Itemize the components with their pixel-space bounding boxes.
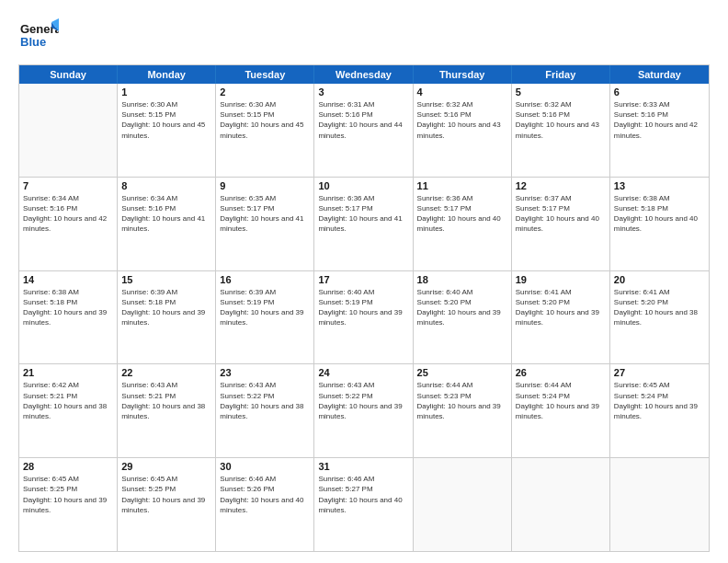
- calendar-row-5: 28 Sunrise: 6:45 AM Sunset: 5:25 PM Dayl…: [19, 457, 709, 551]
- day-number: 12: [516, 180, 606, 191]
- day-cell-11: 11 Sunrise: 6:36 AM Sunset: 5:17 PM Dayl…: [414, 178, 512, 270]
- calendar-body: 1 Sunrise: 6:30 AM Sunset: 5:15 PM Dayli…: [19, 84, 709, 551]
- day-info: Sunrise: 6:41 AM Sunset: 5:20 PM Dayligh…: [614, 287, 705, 328]
- day-number: 9: [220, 180, 310, 191]
- header-day-saturday: Saturday: [610, 65, 709, 84]
- day-cell-30: 30 Sunrise: 6:46 AM Sunset: 5:26 PM Dayl…: [216, 458, 314, 551]
- day-number: 26: [516, 367, 606, 378]
- day-cell-15: 15 Sunrise: 6:39 AM Sunset: 5:18 PM Dayl…: [118, 271, 216, 364]
- day-info: Sunrise: 6:42 AM Sunset: 5:21 PM Dayligh…: [23, 380, 113, 421]
- day-info: Sunrise: 6:43 AM Sunset: 5:22 PM Dayligh…: [220, 380, 310, 421]
- header-day-friday: Friday: [512, 65, 610, 84]
- day-info: Sunrise: 6:46 AM Sunset: 5:26 PM Dayligh…: [220, 474, 310, 515]
- day-info: Sunrise: 6:45 AM Sunset: 5:25 PM Dayligh…: [121, 474, 211, 515]
- day-info: Sunrise: 6:44 AM Sunset: 5:24 PM Dayligh…: [516, 380, 606, 421]
- day-number: 1: [121, 86, 211, 98]
- day-number: 30: [220, 461, 310, 472]
- day-number: 7: [23, 180, 113, 191]
- day-info: Sunrise: 6:33 AM Sunset: 5:16 PM Dayligh…: [614, 99, 705, 141]
- day-cell-8: 8 Sunrise: 6:34 AM Sunset: 5:16 PM Dayli…: [118, 178, 216, 270]
- calendar-row-2: 7 Sunrise: 6:34 AM Sunset: 5:16 PM Dayli…: [19, 177, 709, 270]
- day-number: 28: [23, 461, 113, 472]
- day-info: Sunrise: 6:43 AM Sunset: 5:22 PM Dayligh…: [318, 380, 408, 421]
- day-info: Sunrise: 6:38 AM Sunset: 5:18 PM Dayligh…: [614, 193, 705, 235]
- day-number: 22: [121, 367, 211, 378]
- logo: General Blue: [18, 17, 59, 57]
- header-day-tuesday: Tuesday: [216, 65, 314, 84]
- day-cell-24: 24 Sunrise: 6:43 AM Sunset: 5:22 PM Dayl…: [314, 364, 413, 457]
- day-info: Sunrise: 6:30 AM Sunset: 5:15 PM Dayligh…: [121, 99, 211, 141]
- day-info: Sunrise: 6:36 AM Sunset: 5:17 PM Dayligh…: [417, 193, 507, 235]
- day-cell-1: 1 Sunrise: 6:30 AM Sunset: 5:15 PM Dayli…: [118, 84, 216, 177]
- day-cell-21: 21 Sunrise: 6:42 AM Sunset: 5:21 PM Dayl…: [19, 364, 118, 457]
- day-info: Sunrise: 6:39 AM Sunset: 5:19 PM Dayligh…: [220, 287, 310, 328]
- calendar-row-3: 14 Sunrise: 6:38 AM Sunset: 5:18 PM Dayl…: [19, 270, 709, 364]
- page: General Blue SundayMondayTuesdayWednesda…: [0, 0, 728, 563]
- day-number: 11: [417, 180, 507, 191]
- day-info: Sunrise: 6:46 AM Sunset: 5:27 PM Dayligh…: [318, 474, 408, 515]
- day-info: Sunrise: 6:40 AM Sunset: 5:19 PM Dayligh…: [318, 287, 408, 328]
- calendar: SundayMondayTuesdayWednesdayThursdayFrid…: [18, 64, 710, 552]
- day-number: 27: [614, 367, 705, 378]
- day-info: Sunrise: 6:31 AM Sunset: 5:16 PM Dayligh…: [318, 99, 408, 141]
- day-number: 18: [417, 274, 507, 285]
- header-day-thursday: Thursday: [414, 65, 512, 84]
- day-cell-23: 23 Sunrise: 6:43 AM Sunset: 5:22 PM Dayl…: [216, 364, 314, 457]
- day-number: 13: [614, 180, 705, 191]
- day-info: Sunrise: 6:44 AM Sunset: 5:23 PM Dayligh…: [417, 380, 507, 421]
- day-number: 21: [23, 367, 113, 378]
- day-cell-26: 26 Sunrise: 6:44 AM Sunset: 5:24 PM Dayl…: [512, 364, 610, 457]
- day-info: Sunrise: 6:36 AM Sunset: 5:17 PM Dayligh…: [318, 193, 408, 235]
- day-cell-22: 22 Sunrise: 6:43 AM Sunset: 5:21 PM Dayl…: [118, 364, 216, 457]
- svg-text:Blue: Blue: [20, 35, 46, 49]
- day-info: Sunrise: 6:45 AM Sunset: 5:25 PM Dayligh…: [23, 474, 113, 515]
- header-day-monday: Monday: [118, 65, 216, 84]
- day-cell-20: 20 Sunrise: 6:41 AM Sunset: 5:20 PM Dayl…: [610, 271, 709, 364]
- day-number: 15: [121, 274, 211, 285]
- day-cell-3: 3 Sunrise: 6:31 AM Sunset: 5:16 PM Dayli…: [314, 84, 413, 177]
- day-number: 14: [23, 274, 113, 285]
- day-cell-31: 31 Sunrise: 6:46 AM Sunset: 5:27 PM Dayl…: [314, 458, 413, 551]
- day-number: 16: [220, 274, 310, 285]
- empty-cell: [19, 84, 118, 177]
- day-cell-28: 28 Sunrise: 6:45 AM Sunset: 5:25 PM Dayl…: [19, 458, 118, 551]
- day-info: Sunrise: 6:43 AM Sunset: 5:21 PM Dayligh…: [121, 380, 211, 421]
- day-cell-6: 6 Sunrise: 6:33 AM Sunset: 5:16 PM Dayli…: [610, 84, 709, 177]
- day-number: 29: [121, 461, 211, 472]
- header-day-sunday: Sunday: [19, 65, 118, 84]
- day-cell-25: 25 Sunrise: 6:44 AM Sunset: 5:23 PM Dayl…: [414, 364, 512, 457]
- day-info: Sunrise: 6:34 AM Sunset: 5:16 PM Dayligh…: [121, 193, 211, 235]
- day-number: 4: [417, 86, 507, 98]
- day-info: Sunrise: 6:38 AM Sunset: 5:18 PM Dayligh…: [23, 287, 113, 328]
- day-cell-5: 5 Sunrise: 6:32 AM Sunset: 5:16 PM Dayli…: [512, 84, 610, 177]
- day-number: 20: [614, 274, 705, 285]
- calendar-row-1: 1 Sunrise: 6:30 AM Sunset: 5:15 PM Dayli…: [19, 84, 709, 177]
- empty-cell: [414, 458, 512, 551]
- day-number: 5: [516, 86, 606, 98]
- day-cell-14: 14 Sunrise: 6:38 AM Sunset: 5:18 PM Dayl…: [19, 271, 118, 364]
- day-info: Sunrise: 6:32 AM Sunset: 5:16 PM Dayligh…: [516, 99, 606, 141]
- day-number: 2: [220, 86, 310, 98]
- day-info: Sunrise: 6:41 AM Sunset: 5:20 PM Dayligh…: [516, 287, 606, 328]
- day-cell-10: 10 Sunrise: 6:36 AM Sunset: 5:17 PM Dayl…: [314, 178, 413, 270]
- day-info: Sunrise: 6:39 AM Sunset: 5:18 PM Dayligh…: [121, 287, 211, 328]
- day-cell-27: 27 Sunrise: 6:45 AM Sunset: 5:24 PM Dayl…: [610, 364, 709, 457]
- day-info: Sunrise: 6:30 AM Sunset: 5:15 PM Dayligh…: [220, 99, 310, 141]
- day-number: 31: [318, 461, 408, 472]
- day-cell-2: 2 Sunrise: 6:30 AM Sunset: 5:15 PM Dayli…: [216, 84, 314, 177]
- day-number: 8: [121, 180, 211, 191]
- day-cell-16: 16 Sunrise: 6:39 AM Sunset: 5:19 PM Dayl…: [216, 271, 314, 364]
- day-cell-13: 13 Sunrise: 6:38 AM Sunset: 5:18 PM Dayl…: [610, 178, 709, 270]
- day-number: 25: [417, 367, 507, 378]
- day-info: Sunrise: 6:35 AM Sunset: 5:17 PM Dayligh…: [220, 193, 310, 235]
- day-cell-29: 29 Sunrise: 6:45 AM Sunset: 5:25 PM Dayl…: [118, 458, 216, 551]
- day-cell-4: 4 Sunrise: 6:32 AM Sunset: 5:16 PM Dayli…: [414, 84, 512, 177]
- day-number: 10: [318, 180, 408, 191]
- calendar-header: SundayMondayTuesdayWednesdayThursdayFrid…: [19, 65, 709, 84]
- empty-cell: [512, 458, 610, 551]
- day-info: Sunrise: 6:37 AM Sunset: 5:17 PM Dayligh…: [516, 193, 606, 235]
- day-number: 24: [318, 367, 408, 378]
- empty-cell: [610, 458, 709, 551]
- day-cell-18: 18 Sunrise: 6:40 AM Sunset: 5:20 PM Dayl…: [414, 271, 512, 364]
- day-number: 23: [220, 367, 310, 378]
